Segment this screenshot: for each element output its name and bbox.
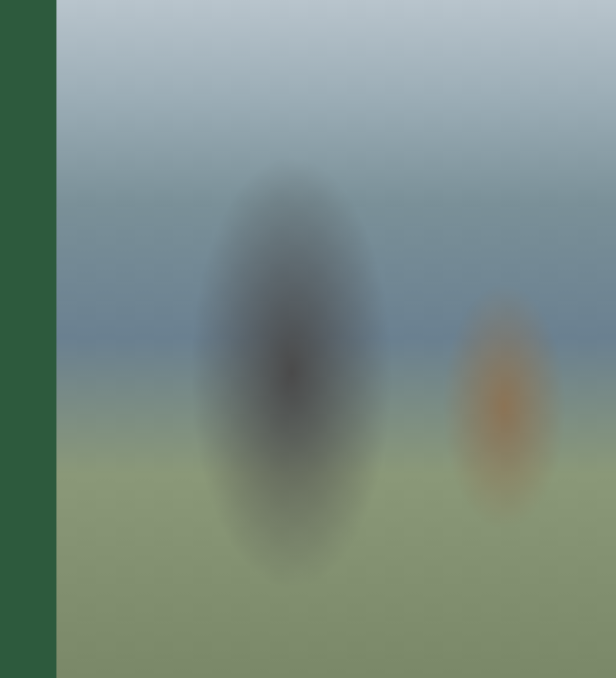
- background-green-panel: [0, 0, 62, 678]
- background-people: [56, 0, 616, 678]
